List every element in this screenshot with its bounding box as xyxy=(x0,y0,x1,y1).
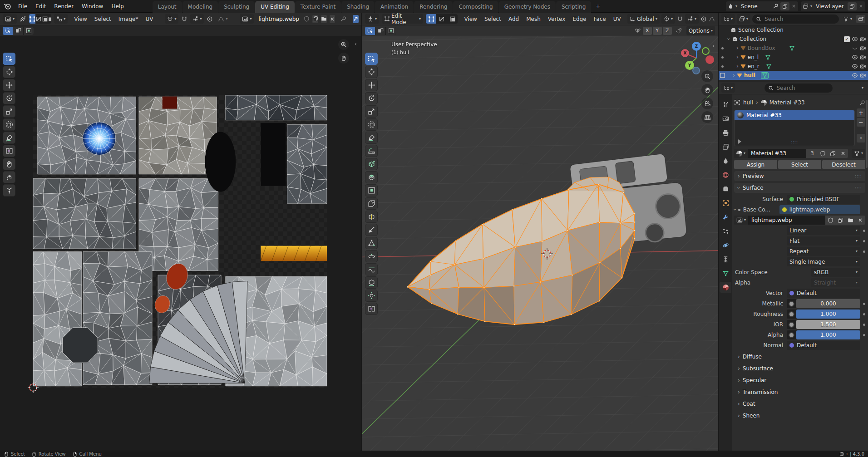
menu-render[interactable]: Render xyxy=(50,1,78,11)
viewlayer-name[interactable]: ViewLayer xyxy=(814,3,846,10)
menu-edit[interactable]: Edit xyxy=(31,1,50,11)
tab-render[interactable] xyxy=(720,113,731,124)
checkbox-icon[interactable]: ✓ xyxy=(844,36,850,42)
viewport-tool-rip[interactable] xyxy=(365,303,378,315)
slot-filter-toggle[interactable] xyxy=(738,139,741,144)
mode-selector[interactable]: Edit Mode xyxy=(382,14,423,24)
menu-window[interactable]: Window xyxy=(78,1,107,11)
viewport-tool-cursor[interactable] xyxy=(365,66,378,78)
interpolation-dropdown[interactable]: Linear xyxy=(787,226,860,235)
roughness-slider[interactable]: 1.000 xyxy=(796,310,860,319)
projection-dropdown[interactable]: Flat xyxy=(787,236,860,246)
viewport-menu-face[interactable]: Face xyxy=(590,14,610,24)
workspace-tab-shading[interactable]: Shading xyxy=(341,1,375,13)
add-workspace-button[interactable]: + xyxy=(592,0,604,12)
blender-logo-icon[interactable] xyxy=(4,2,11,10)
tab-object-data[interactable] xyxy=(720,268,731,279)
tab-tool[interactable] xyxy=(720,99,731,110)
uv-tool-cursor[interactable] xyxy=(3,66,15,78)
viewport-tool-annotate[interactable] xyxy=(365,132,378,144)
uv-tool-relax[interactable] xyxy=(3,171,15,183)
add-slot-button[interactable]: + xyxy=(857,108,865,117)
viewport-tool-spin[interactable] xyxy=(365,250,378,262)
tab-output[interactable] xyxy=(720,127,731,138)
viewport-ortho-button[interactable] xyxy=(701,111,713,123)
image-name-field[interactable]: lightmap.webp xyxy=(748,216,825,225)
uv-select-face-button[interactable] xyxy=(42,14,48,24)
viewport-tool-move[interactable] xyxy=(365,79,378,91)
pivot-point-button[interactable] xyxy=(661,14,675,24)
eye-closed-icon[interactable] xyxy=(852,45,858,51)
source-dropdown[interactable]: Single Image xyxy=(787,257,860,266)
viewport-tool-add-cube[interactable] xyxy=(365,158,378,170)
duplicate-image-button[interactable] xyxy=(312,15,318,23)
viewport-zoom-button[interactable] xyxy=(701,70,713,82)
viewport-menu-uv[interactable]: UV xyxy=(610,14,625,24)
eye-icon[interactable] xyxy=(852,72,858,79)
tab-modifiers[interactable] xyxy=(720,211,731,222)
eye-icon[interactable] xyxy=(852,36,858,42)
properties-type-button[interactable] xyxy=(721,83,735,93)
breadcrumb-material[interactable]: Material #33 xyxy=(769,99,805,106)
mirror-axis-z[interactable]: Z xyxy=(663,27,672,35)
camera-icon[interactable] xyxy=(860,45,866,51)
uv-pan-button[interactable] xyxy=(338,53,349,64)
network-icon[interactable] xyxy=(839,452,844,457)
new-scene-button[interactable] xyxy=(780,2,789,10)
viewport-tool-inset[interactable] xyxy=(365,184,378,197)
tab-world[interactable] xyxy=(720,169,731,180)
expand-icon[interactable] xyxy=(736,54,739,60)
uv-tool-pinch[interactable] xyxy=(3,184,15,197)
select-mode-extend-button[interactable] xyxy=(375,27,385,35)
surface-shader-dropdown[interactable]: Principled BSDF xyxy=(787,195,860,204)
action-assign[interactable]: Assign xyxy=(734,160,777,169)
workspace-tab-sculpting[interactable]: Sculpting xyxy=(218,1,255,13)
workspace-tab-scripting[interactable]: Scripting xyxy=(556,1,591,13)
scene-name[interactable]: Scene xyxy=(739,3,771,10)
normal-input[interactable]: Default xyxy=(787,341,860,350)
panel-specular[interactable]: Specular xyxy=(734,375,865,385)
viewport-tool-shrink-fatten[interactable] xyxy=(365,290,378,302)
workspace-tab-rendering[interactable]: Rendering xyxy=(414,1,453,13)
material-link-button[interactable] xyxy=(852,149,865,158)
image-fake-user-button[interactable] xyxy=(825,216,835,225)
expand-icon[interactable] xyxy=(736,63,739,69)
properties-search-input[interactable] xyxy=(776,84,829,92)
properties-scrollbar[interactable] xyxy=(866,100,868,168)
workspace-tab-geometry-nodes[interactable]: Geometry Nodes xyxy=(499,1,556,13)
browse-material-button[interactable] xyxy=(734,149,748,158)
action-deselect[interactable]: Deselect xyxy=(822,160,865,169)
gizmo-z-axis[interactable]: Z xyxy=(692,42,701,51)
outliner-row-en-r[interactable]: en_r xyxy=(719,62,868,71)
tab-physics[interactable] xyxy=(720,240,731,251)
uv-gizmo-toggle[interactable] xyxy=(353,15,359,23)
uv-select-edge-button[interactable] xyxy=(35,14,42,24)
base-color-input[interactable]: lightmap.webp xyxy=(779,205,860,214)
uv-tool-grab[interactable] xyxy=(3,158,15,170)
viewport-tool-box-select[interactable] xyxy=(365,53,378,65)
uv-zoom-button[interactable] xyxy=(338,39,349,50)
camera-icon[interactable] xyxy=(860,72,866,79)
uv-editor-type-button[interactable] xyxy=(3,14,17,24)
animate-dot[interactable] xyxy=(863,334,865,336)
properties-options-icon[interactable] xyxy=(862,86,863,90)
uv-tool-move[interactable] xyxy=(3,79,15,91)
vertex-select-button[interactable] xyxy=(426,14,436,24)
uv-tool-scale[interactable] xyxy=(3,105,15,118)
select-mode-set-button[interactable] xyxy=(3,27,13,35)
eye-icon[interactable] xyxy=(852,54,858,60)
roughness-socket[interactable] xyxy=(787,310,796,319)
color-space-dropdown[interactable]: sRGB xyxy=(811,268,860,277)
tab-constraints[interactable] xyxy=(720,254,731,265)
viewport-menu-select[interactable]: Select xyxy=(481,14,505,24)
menu-file[interactable]: File xyxy=(14,1,31,11)
snap-toggle-icon[interactable] xyxy=(677,16,683,22)
vector-input[interactable]: Default xyxy=(787,289,860,298)
outliner-display-mode[interactable] xyxy=(737,14,750,24)
navigation-gizmo[interactable]: Z X Y xyxy=(680,42,713,74)
snap-base-icon[interactable] xyxy=(676,28,682,34)
uv-sync-selection-icon[interactable] xyxy=(20,15,26,22)
uv-menu-view[interactable]: View xyxy=(70,14,90,24)
outliner-search[interactable] xyxy=(752,15,839,24)
outliner-row-scene-collection[interactable]: Scene Collection xyxy=(719,25,868,34)
